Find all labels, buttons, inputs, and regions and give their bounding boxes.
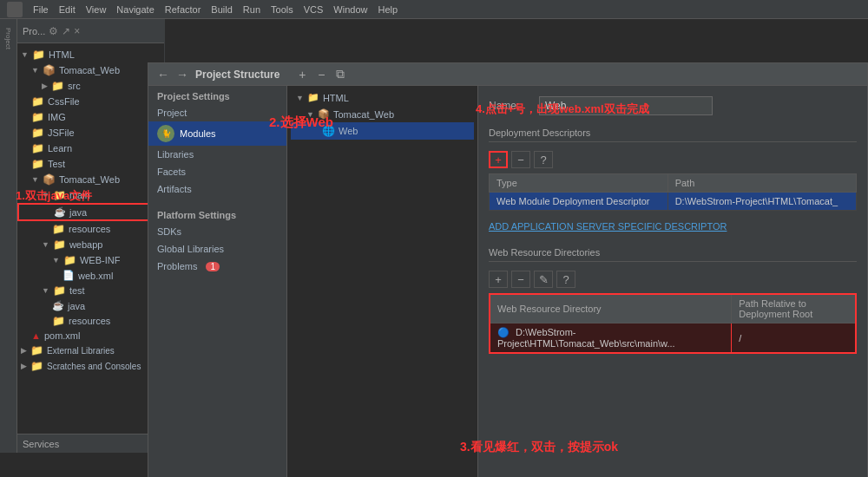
folder-icon: 📁 — [31, 158, 44, 170]
tree-item-tomacat-module[interactable]: ▼ 📦 Tomacat_Web — [17, 172, 164, 187]
tree-item-test-resources[interactable]: 📁 resources — [17, 313, 164, 329]
tree-item-tomacat[interactable]: ▼ 📦 Tomacat_Web — [17, 62, 164, 78]
menu-build[interactable]: Build — [206, 4, 237, 15]
menu-view[interactable]: View — [81, 4, 112, 15]
file-tree-content: ▼ 📁 HTML ▼ 📦 Tomacat_Web ▶ 📁 src 📁 — [17, 43, 164, 434]
copy-module-btn[interactable]: ⧉ — [332, 67, 349, 82]
tree-item-test[interactable]: 📁 Test — [17, 156, 164, 172]
nav-item-artifacts[interactable]: Artifacts — [148, 180, 286, 198]
table-row[interactable]: Web Module Deployment Descriptor D:\WebS… — [490, 193, 857, 211]
nav-item-project[interactable]: Project — [148, 104, 286, 121]
tree-item-html[interactable]: ▼ 📁 HTML — [17, 47, 164, 62]
folder-icon: 📁 — [53, 238, 66, 251]
arrow-icon: ▶ — [21, 346, 27, 355]
name-input[interactable] — [539, 96, 713, 115]
folder-icon: 📁 — [32, 49, 45, 61]
tree-item-test-folder[interactable]: ▼ 📁 test — [17, 283, 164, 298]
tree-item-label: External Libraries — [47, 346, 115, 356]
add-descriptor-btn[interactable]: + — [489, 151, 508, 168]
help-descriptor-btn[interactable]: ? — [534, 151, 553, 168]
dialog-config-panel: Name: Deployment Descriptors + − ? — [478, 86, 867, 477]
app-icon — [7, 2, 23, 17]
deployment-desc-section: Deployment Descriptors — [489, 127, 857, 142]
menu-help[interactable]: Help — [372, 4, 403, 15]
menu-edit[interactable]: Edit — [54, 4, 81, 15]
module-item-tomacat[interactable]: ▼ 📦 Tomacat_Web — [291, 106, 474, 122]
nav-item-label: Global Libraries — [157, 244, 224, 254]
services-label[interactable]: Services — [23, 439, 59, 449]
remove-module-btn[interactable]: − — [312, 67, 330, 82]
xml-icon: 📄 — [62, 270, 75, 281]
menu-file[interactable]: File — [28, 4, 54, 15]
module-item-web[interactable]: 🌐 Web — [291, 122, 474, 140]
back-button[interactable]: ← — [157, 68, 169, 82]
menu-run[interactable]: Run — [238, 4, 266, 15]
tree-item-cssfile[interactable]: 📁 CssFile — [17, 94, 164, 109]
col-rel-path: Path Relative to Deployment Root — [732, 294, 856, 323]
nav-item-sdks[interactable]: SDKs — [148, 223, 286, 240]
tree-item-webinf[interactable]: ▼ 📁 WEB-INF — [17, 252, 164, 268]
project-vtab[interactable]: Project — [3, 23, 14, 55]
tree-item-test-java[interactable]: ☕ java — [17, 298, 164, 313]
web-resource-title: Web Resource Directories — [489, 247, 600, 258]
tree-item-label: Learn — [48, 143, 72, 154]
folder-icon: 📁 — [63, 254, 76, 266]
gear-icon[interactable]: ⚙ — [49, 25, 58, 37]
menu-vcs[interactable]: VCS — [299, 4, 329, 15]
module-item-html[interactable]: ▼ 📁 HTML — [291, 89, 474, 106]
tree-item-learn[interactable]: 📁 Learn — [17, 140, 164, 156]
close-icon[interactable]: × — [74, 25, 80, 37]
arrow-icon: ▼ — [306, 110, 314, 119]
deployment-desc-title: Deployment Descriptors — [489, 127, 590, 138]
cell-web-dir: 🔵 D:\WebStrom-Project\HTML\Tomacat_Web\s… — [490, 323, 732, 354]
avatar-icon: 🐈 — [157, 125, 174, 142]
project-settings-header: Project Settings — [148, 86, 286, 104]
tree-item-webapp[interactable]: ▼ 📁 webapp — [17, 237, 164, 252]
tree-item-pom[interactable]: ▲ pom.xml — [17, 329, 164, 343]
nav-item-label: Facets — [157, 167, 186, 177]
nav-item-problems[interactable]: Problems 1 — [148, 258, 286, 275]
nav-item-global-libs[interactable]: Global Libraries — [148, 240, 286, 258]
remove-descriptor-btn[interactable]: − — [511, 151, 530, 168]
nav-item-label: Artifacts — [157, 184, 192, 194]
arrow-icon: ▼ — [42, 286, 49, 295]
file-tree-toolbar: Pro... ⚙ ↗ × — [17, 19, 164, 43]
help-web-resource-btn[interactable]: ? — [556, 271, 575, 288]
tree-item-java[interactable]: ☕ java — [17, 203, 164, 221]
nav-item-libraries[interactable]: Libraries — [148, 146, 286, 163]
add-server-descriptor-btn[interactable]: ADD APPLICATION SERVER SPECIFIC DESCRIPT… — [489, 218, 857, 235]
tree-item-resources[interactable]: 📁 resources — [17, 221, 164, 237]
folder-icon: 📁 — [30, 344, 43, 356]
expand-icon[interactable]: ↗ — [62, 25, 70, 37]
tree-item-scratches[interactable]: ▶ 📁 Scratches and Consoles — [17, 358, 164, 374]
tree-item-label: Tomacat_Web — [59, 174, 120, 185]
remove-web-resource-btn[interactable]: − — [511, 271, 530, 288]
tree-item-external-libs[interactable]: ▶ 📁 External Libraries — [17, 343, 164, 358]
table-row[interactable]: 🔵 D:\WebStrom-Project\HTML\Tomacat_Web\s… — [490, 323, 856, 354]
nav-item-label: Project — [157, 108, 187, 118]
menu-window[interactable]: Window — [328, 4, 372, 15]
menu-bar: File Edit View Navigate Refactor Build R… — [0, 0, 868, 19]
tree-item-img[interactable]: 📁 IMG — [17, 109, 164, 125]
tree-item-label: Scratches and Consoles — [47, 362, 141, 371]
web-icon: 🌐 — [322, 125, 335, 137]
forward-button[interactable]: → — [176, 68, 188, 82]
folder-icon: 📁 — [53, 284, 66, 297]
tree-item-main[interactable]: ▼ 📁 main — [17, 187, 164, 203]
tree-item-jsfile[interactable]: 📁 JSFile — [17, 125, 164, 140]
folder-icon: 📁 — [31, 127, 44, 139]
tree-item-src[interactable]: ▶ 📁 src — [17, 78, 164, 94]
module-tree-content: ▼ 📁 HTML ▼ 📦 Tomacat_Web 🌐 Web — [287, 86, 477, 143]
folder-icon: 📁 — [31, 111, 44, 123]
arrow-icon: ▼ — [31, 66, 39, 75]
add-web-resource-btn[interactable]: + — [489, 271, 508, 288]
menu-navigate[interactable]: Navigate — [111, 4, 159, 15]
tree-item-webxml[interactable]: 📄 web.xml — [17, 268, 164, 283]
edit-web-resource-btn[interactable]: ✎ — [534, 271, 553, 288]
nav-item-modules[interactable]: 🐈 Modules — [148, 121, 286, 146]
add-module-btn[interactable]: + — [293, 67, 311, 82]
project-tab-label[interactable]: Pro... — [23, 26, 45, 36]
nav-item-facets[interactable]: Facets — [148, 163, 286, 180]
menu-refactor[interactable]: Refactor — [160, 4, 207, 15]
menu-tools[interactable]: Tools — [266, 4, 299, 15]
